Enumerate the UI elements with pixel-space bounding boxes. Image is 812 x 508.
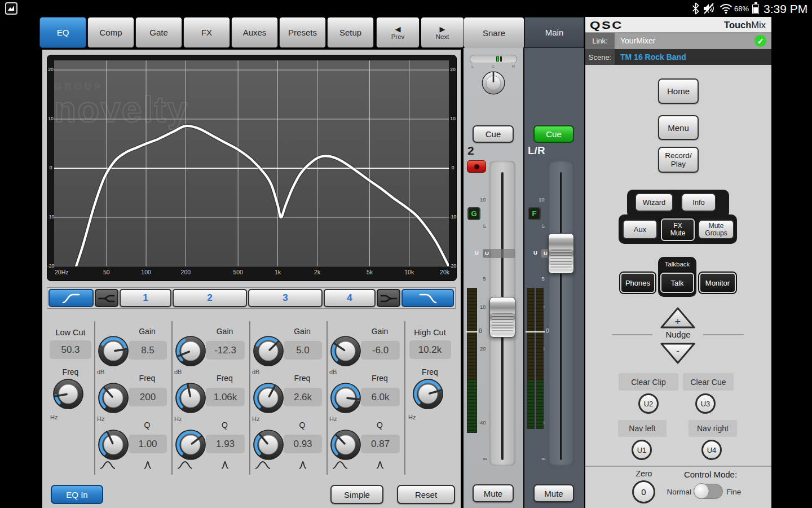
band-3-q-knob[interactable]: [252, 428, 285, 463]
tab-gate[interactable]: Gate: [135, 17, 182, 48]
clear-cue-label[interactable]: Clear Cue: [683, 373, 734, 391]
band-2-freq-knob[interactable]: [174, 382, 207, 417]
band-2-gain-knob[interactable]: [174, 335, 207, 370]
high-cut-freq-value[interactable]: 10.2k: [409, 340, 451, 359]
menu-button[interactable]: Menu: [658, 115, 699, 140]
band-4-q-knob[interactable]: [329, 428, 362, 463]
tab-main[interactable]: Main: [524, 17, 584, 48]
user-button-u4[interactable]: U4: [701, 440, 722, 460]
mute-groups-button[interactable]: MuteGroups: [698, 220, 734, 239]
clear-clip-label[interactable]: Clear Clip: [619, 373, 678, 391]
band-2-gain-value[interactable]: -12.3: [206, 341, 245, 360]
band-3-gain-label: Gain: [281, 327, 323, 336]
band-2-unit-hz: Hz: [174, 415, 182, 422]
db-tick-label: -10: [47, 214, 54, 220]
nav-right-label[interactable]: Nav right: [689, 420, 737, 437]
reset-button[interactable]: Reset: [397, 485, 455, 504]
tab-presets[interactable]: Presets: [279, 17, 326, 48]
eq-band-button-band-3[interactable]: 3: [248, 289, 323, 307]
gate-badge[interactable]: G: [467, 207, 480, 220]
channel-mute-button[interactable]: Mute: [473, 484, 514, 502]
tab-setup[interactable]: Setup: [327, 17, 374, 48]
user-button-u3[interactable]: U3: [695, 393, 716, 414]
aux-button[interactable]: Aux: [623, 220, 657, 239]
fx-mute-button[interactable]: FXMute: [661, 218, 695, 241]
tab-comp[interactable]: Comp: [87, 17, 134, 48]
record-play-button[interactable]: Record/Play: [658, 147, 699, 173]
freq-tick-label: 200: [181, 269, 191, 275]
band-4-q-value[interactable]: 0.87: [361, 435, 400, 453]
eq-in-button[interactable]: EQ In: [51, 485, 103, 504]
zero-button[interactable]: 0: [632, 480, 655, 503]
db-tick-label: 0: [449, 165, 456, 170]
band-4-freq-value[interactable]: 6.0k: [361, 388, 400, 406]
column-separator: [94, 321, 95, 475]
band-1-gain-value[interactable]: 8.5: [129, 341, 167, 360]
eq-band-button-high-shelf[interactable]: [377, 289, 400, 307]
next-channel-button[interactable]: ▶ Next: [421, 17, 464, 48]
main-meter-right: [536, 288, 544, 429]
band-3-gain-knob[interactable]: [252, 335, 285, 370]
wizard-button[interactable]: Wizard: [635, 193, 673, 212]
scene-row[interactable]: Scene: TM 16 Rock Band: [585, 49, 771, 65]
nudge-down-button[interactable]: -: [660, 342, 696, 365]
monitor-button[interactable]: Monitor: [699, 273, 736, 293]
channel-cue-button[interactable]: Cue: [473, 125, 514, 143]
pan-knob[interactable]: [481, 71, 506, 98]
simple-button[interactable]: Simple: [330, 485, 383, 504]
eq-band-button-band-4[interactable]: 4: [324, 289, 376, 307]
band-4-gain-knob[interactable]: [329, 335, 362, 370]
tab-auxes[interactable]: Auxes: [231, 17, 278, 48]
user-button-u2[interactable]: U2: [638, 393, 659, 414]
high-cut-freq-knob[interactable]: [412, 378, 444, 413]
main-meter-left: [527, 288, 535, 429]
band-2-freq-value[interactable]: 1.06k: [206, 388, 245, 406]
band-1-freq-value[interactable]: 200: [129, 388, 167, 406]
band-4-gain-value[interactable]: -6.0: [361, 341, 400, 360]
user-button-u1[interactable]: U1: [632, 440, 652, 460]
band-1-q-value[interactable]: 1.00: [129, 435, 167, 453]
nudge-up-button[interactable]: +: [660, 306, 696, 329]
prev-channel-button[interactable]: ◀ Prev: [376, 17, 420, 48]
channel-fader-handle[interactable]: [489, 297, 515, 338]
eq-band-button-band-2[interactable]: 2: [173, 289, 247, 307]
low-cut-freq-value[interactable]: 50.3: [50, 340, 91, 359]
fx-badge[interactable]: F: [528, 207, 541, 220]
band-1-gain-knob[interactable]: [97, 335, 130, 370]
band-3-q-value[interactable]: 0.93: [284, 435, 322, 453]
tab-fx[interactable]: FX: [183, 17, 230, 48]
nav-left-label[interactable]: Nav left: [618, 420, 667, 437]
eq-band-button-low-cut[interactable]: [48, 289, 94, 307]
band-3-freq-value[interactable]: 2.6k: [284, 388, 322, 406]
info-button[interactable]: Info: [681, 193, 716, 212]
tab-channel-snare[interactable]: Snare: [464, 17, 524, 49]
pan-slider[interactable]: [470, 55, 517, 63]
fader-scale-∞: ∞: [483, 456, 487, 462]
eq-band-button-band-1[interactable]: 1: [120, 289, 171, 307]
band-3-gain-value[interactable]: 5.0: [284, 341, 322, 360]
eq-band-button-low-shelf[interactable]: [95, 289, 118, 307]
tab-eq[interactable]: EQ: [39, 17, 86, 48]
eq-graph-frame: GROUP novelty 2020101000-10-10-20-2020Hz…: [47, 55, 457, 281]
phones-button[interactable]: Phones: [620, 273, 655, 293]
band-1-q-knob[interactable]: [97, 428, 130, 463]
freq-tick-label: 50: [103, 269, 110, 275]
band-3-unit-db: dB: [252, 369, 259, 375]
home-button[interactable]: Home: [658, 78, 699, 104]
band-4-freq-knob[interactable]: [329, 382, 362, 417]
main-fader-handle[interactable]: [548, 233, 574, 274]
control-mode-toggle[interactable]: [694, 484, 723, 499]
band-1-freq-knob[interactable]: [97, 382, 130, 417]
band-3-freq-knob[interactable]: [252, 382, 285, 417]
main-cue-button[interactable]: Cue: [533, 125, 574, 143]
record-arm-button[interactable]: [467, 160, 486, 173]
band-2-q-knob[interactable]: [174, 428, 207, 463]
eq-band-button-high-cut[interactable]: [401, 289, 454, 307]
talk-button[interactable]: Talk: [660, 273, 694, 293]
band-2-q-value[interactable]: 1.93: [206, 435, 245, 453]
freq-tick-label: 2k: [314, 269, 320, 275]
main-mute-button[interactable]: Mute: [533, 484, 574, 502]
eq-plot[interactable]: GROUP novelty: [54, 60, 449, 266]
low-cut-freq-knob[interactable]: [52, 378, 85, 413]
toggle-knob[interactable]: [694, 483, 709, 499]
